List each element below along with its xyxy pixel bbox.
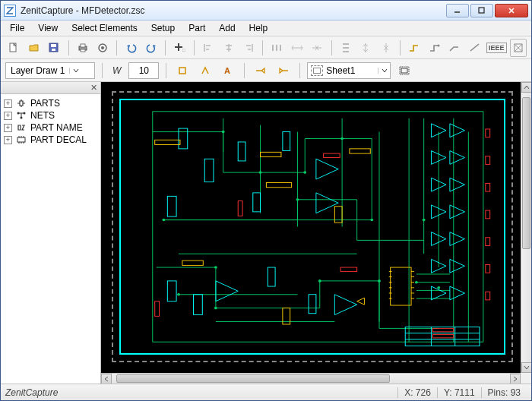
ieee-toggle-icon[interactable] bbox=[510, 39, 527, 57]
svg-rect-3 bbox=[51, 44, 56, 47]
sheet-select[interactable]: Sheet1 bbox=[307, 62, 391, 79]
svg-text:A: A bbox=[224, 66, 230, 75]
route-mode-1-icon[interactable] bbox=[406, 39, 423, 57]
menu-select-elements[interactable]: Select Elements bbox=[65, 21, 144, 35]
scroll-down-icon[interactable] bbox=[521, 362, 531, 373]
svg-rect-64 bbox=[238, 201, 242, 216]
svg-rect-62 bbox=[391, 267, 411, 305]
vertical-scrollbar[interactable] bbox=[521, 82, 531, 373]
svg-point-33 bbox=[370, 219, 373, 222]
expand-icon[interactable]: + bbox=[4, 136, 12, 144]
scroll-up-icon[interactable] bbox=[521, 82, 531, 93]
status-pins: Pins: 93 bbox=[481, 387, 527, 398]
horizontal-scrollbar[interactable] bbox=[101, 373, 521, 384]
align-right-icon[interactable] bbox=[240, 39, 258, 57]
tree-item-part-name[interactable]: + PART NAME bbox=[2, 122, 99, 134]
route-mode-3-icon[interactable] bbox=[446, 39, 464, 57]
scrollbar-thumb[interactable] bbox=[116, 374, 390, 383]
port-out-icon[interactable] bbox=[274, 62, 293, 80]
svg-rect-74 bbox=[432, 328, 453, 331]
close-button[interactable] bbox=[495, 4, 528, 17]
minimize-button[interactable] bbox=[446, 4, 469, 17]
svg-point-37 bbox=[423, 219, 426, 222]
spacing-h-dec-icon[interactable] bbox=[309, 39, 326, 57]
sheet-outline-icon[interactable] bbox=[395, 62, 413, 80]
svg-rect-28 bbox=[17, 137, 25, 142]
settings-icon[interactable] bbox=[94, 39, 112, 57]
svg-rect-59 bbox=[182, 260, 203, 265]
partdecal-icon bbox=[15, 135, 27, 144]
width-input[interactable]: 10 bbox=[128, 62, 159, 79]
sheet-icon bbox=[311, 65, 323, 76]
spacing-v-dec-icon[interactable] bbox=[378, 39, 395, 57]
expand-icon[interactable]: + bbox=[4, 99, 12, 108]
svg-point-9 bbox=[101, 46, 104, 49]
scroll-left-icon[interactable] bbox=[101, 374, 112, 384]
svg-rect-68 bbox=[486, 156, 490, 165]
svg-point-32 bbox=[340, 137, 344, 141]
menu-setup[interactable]: Setup bbox=[145, 21, 181, 35]
svg-rect-47 bbox=[283, 132, 290, 151]
maximize-button[interactable] bbox=[470, 4, 493, 17]
align-left-icon[interactable] bbox=[200, 39, 217, 57]
save-icon[interactable] bbox=[46, 39, 63, 57]
new-file-icon[interactable] bbox=[5, 39, 23, 57]
side-panel-close-icon[interactable]: ✕ bbox=[90, 83, 97, 93]
svg-rect-51 bbox=[194, 295, 203, 315]
zoom-in-icon[interactable]: □ bbox=[171, 39, 188, 57]
menu-help[interactable]: Help bbox=[243, 21, 274, 35]
layer-select[interactable]: Layer Draw 1 bbox=[5, 62, 95, 79]
undo-icon[interactable] bbox=[122, 39, 140, 57]
menu-add[interactable]: Add bbox=[213, 21, 241, 35]
menubar: File View Select Elements Setup Part Add… bbox=[1, 21, 531, 36]
spacing-v-inc-icon[interactable] bbox=[357, 39, 375, 57]
print-icon[interactable] bbox=[74, 39, 91, 57]
svg-rect-45 bbox=[204, 159, 214, 182]
svg-rect-0 bbox=[479, 8, 484, 13]
expand-icon[interactable]: + bbox=[4, 124, 12, 132]
parts-icon bbox=[15, 99, 27, 108]
svg-rect-52 bbox=[268, 267, 275, 286]
spacing-h-equal-icon[interactable] bbox=[268, 39, 286, 57]
svg-rect-66 bbox=[340, 267, 357, 271]
expand-icon[interactable]: + bbox=[4, 112, 12, 120]
sheet-border bbox=[112, 91, 513, 362]
tree-item-part-decal[interactable]: + PART DECAL bbox=[2, 134, 99, 146]
menu-file[interactable]: File bbox=[4, 21, 30, 35]
tree-item-nets[interactable]: + NETS bbox=[2, 109, 99, 122]
snap-mode-2-icon[interactable] bbox=[196, 62, 214, 80]
tree-item-parts[interactable]: + PARTS bbox=[2, 97, 99, 109]
side-panel: ✕ + PARTS + NETS + PART NAME + PART DECA… bbox=[1, 82, 101, 384]
svg-rect-70 bbox=[486, 210, 490, 219]
menu-part[interactable]: Part bbox=[182, 21, 211, 35]
partname-icon bbox=[15, 123, 27, 132]
port-in-icon[interactable] bbox=[252, 62, 270, 80]
svg-rect-57 bbox=[350, 149, 370, 153]
spacing-v-equal-icon[interactable] bbox=[337, 39, 355, 57]
svg-rect-18 bbox=[343, 51, 349, 52]
align-center-icon[interactable] bbox=[220, 39, 237, 57]
schematic-canvas[interactable] bbox=[101, 82, 531, 384]
svg-rect-16 bbox=[343, 43, 349, 45]
route-mode-4-icon[interactable] bbox=[467, 39, 484, 57]
svg-rect-49 bbox=[253, 193, 261, 212]
svg-rect-21 bbox=[179, 68, 185, 74]
route-mode-2-icon[interactable] bbox=[426, 39, 444, 57]
open-file-icon[interactable] bbox=[26, 39, 43, 57]
svg-rect-69 bbox=[486, 183, 490, 191]
scrollbar-thumb[interactable] bbox=[522, 97, 530, 249]
svg-point-42 bbox=[214, 307, 217, 310]
spacing-h-inc-icon[interactable] bbox=[289, 39, 306, 57]
text-mode-icon[interactable]: A bbox=[219, 62, 237, 80]
svg-point-30 bbox=[259, 171, 262, 174]
svg-rect-17 bbox=[343, 47, 349, 49]
redo-icon[interactable] bbox=[143, 39, 160, 57]
side-panel-header: ✕ bbox=[1, 82, 100, 94]
menu-view[interactable]: View bbox=[32, 21, 64, 35]
scroll-right-icon[interactable] bbox=[510, 374, 521, 384]
tree-label: PARTS bbox=[30, 98, 60, 109]
svg-rect-11 bbox=[175, 46, 182, 48]
status-x: X: 726 bbox=[397, 387, 437, 398]
tree: + PARTS + NETS + PART NAME + PART DECAL bbox=[1, 94, 100, 384]
snap-mode-1-icon[interactable] bbox=[173, 62, 192, 80]
